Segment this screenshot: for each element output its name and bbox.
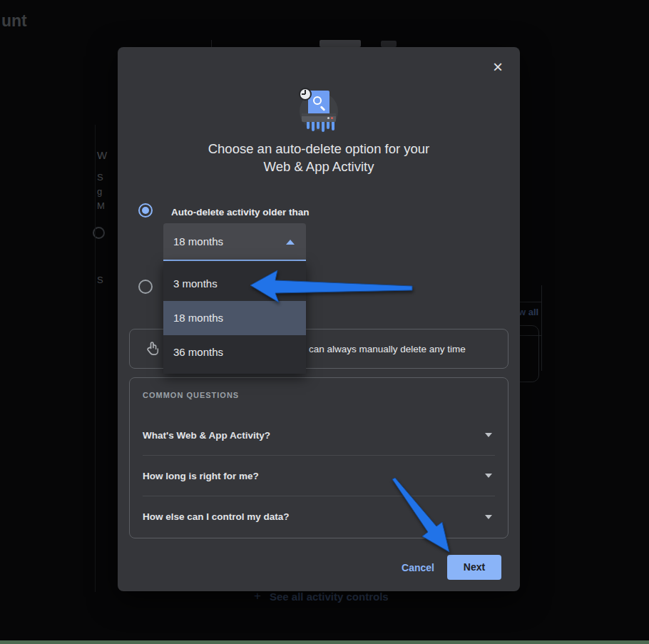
view-all-link-fragment: w all	[518, 307, 538, 317]
radio-dont-auto-delete[interactable]	[138, 280, 153, 294]
radio-auto-delete-label: Auto-delete activity older than	[171, 207, 310, 218]
dialog-title-line2: Web & App Activity	[118, 158, 520, 175]
background-text-fragment: M	[97, 200, 105, 211]
next-button[interactable]: Next	[447, 555, 501, 580]
radio-selected-dot	[142, 207, 149, 214]
dialog-title-line1: Choose an auto-delete option for your	[118, 140, 520, 158]
auto-delete-dialog: × Choose an auto-delete option for your …	[118, 47, 520, 591]
plus-icon: +	[254, 589, 261, 603]
auto-delete-shredder-icon	[297, 87, 342, 136]
background-dimmed-button	[381, 41, 397, 47]
manual-delete-note-text: can always manually delete any time	[309, 344, 466, 354]
question-how-long-right-for-me[interactable]: How long is right for me?	[143, 456, 495, 496]
duration-select[interactable]: 18 months	[163, 223, 306, 261]
background-text-fragment: W	[97, 149, 107, 161]
chevron-down-icon	[485, 515, 492, 519]
chevron-down-icon	[485, 433, 492, 437]
menu-item-18-months[interactable]: 18 months	[163, 301, 306, 335]
common-questions-header: COMMON QUESTIONS	[143, 391, 239, 399]
common-questions-panel: COMMON QUESTIONS What's Web & App Activi…	[129, 377, 509, 538]
see-all-activity-controls-link: + See all activity controls	[254, 589, 389, 603]
background-text-fragment: S	[97, 172, 103, 183]
bottom-edge-strip	[0, 640, 649, 644]
background-dimmed-button	[320, 40, 361, 47]
chevron-up-icon	[286, 240, 295, 245]
duration-select-value: 18 months	[173, 223, 223, 260]
question-label: How long is right for me?	[143, 471, 259, 481]
screen: unt W S g M S w all + See all activity c…	[0, 0, 649, 644]
menu-item-3-months[interactable]: 3 months	[163, 267, 306, 301]
dialog-title: Choose an auto-delete option for your We…	[118, 140, 520, 175]
see-all-label: See all activity controls	[270, 591, 389, 603]
question-label: How else can I control my data?	[143, 511, 290, 522]
magnifier-icon	[313, 96, 322, 105]
question-how-else-control-data[interactable]: How else can I control my data?	[143, 496, 495, 537]
cancel-button[interactable]: Cancel	[396, 556, 440, 579]
account-title-fragment: unt	[1, 11, 27, 31]
background-divider	[541, 285, 542, 371]
magnifier-handle	[320, 106, 326, 111]
background-divider	[211, 40, 212, 47]
question-whats-web-app-activity[interactable]: What's Web & App Activity?	[143, 415, 495, 456]
shredder-bar	[302, 113, 336, 122]
background-divider	[95, 125, 96, 592]
duration-dropdown-menu: 3 months 18 months 36 months	[163, 261, 306, 374]
hand-gesture-icon	[145, 340, 161, 357]
shredded-strips	[307, 122, 334, 132]
radio-auto-delete[interactable]	[138, 203, 153, 218]
menu-item-36-months[interactable]: 36 months	[163, 335, 306, 369]
chevron-down-icon	[485, 474, 492, 478]
background-text-fragment: S	[97, 275, 103, 285]
question-label: What's Web & App Activity?	[143, 430, 270, 441]
close-icon[interactable]: ×	[487, 56, 509, 78]
background-text-fragment: g	[97, 186, 102, 197]
clock-icon	[299, 88, 312, 101]
